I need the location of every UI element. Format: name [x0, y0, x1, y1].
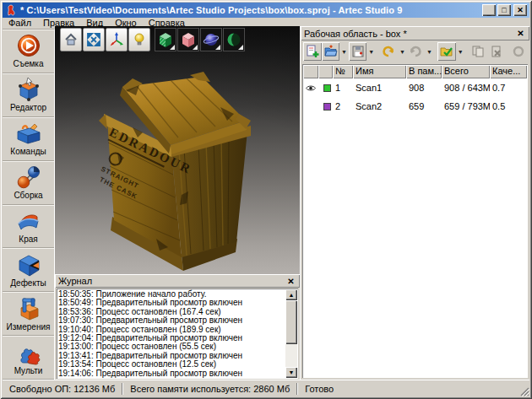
multi-figures-icon	[15, 340, 42, 365]
home-icon	[63, 32, 79, 47]
status-ready: Готово	[298, 384, 340, 394]
open-button[interactable]	[322, 42, 340, 61]
undo-icon	[382, 45, 395, 58]
viewport-toolbar	[60, 28, 245, 51]
undo-button[interactable]	[380, 42, 399, 61]
sidebar-item-label: Измерения	[7, 322, 51, 332]
open-icon	[324, 45, 338, 58]
sync-icon	[512, 45, 525, 58]
visibility-cell[interactable]	[303, 84, 318, 92]
workspace-close-icon[interactable]: ✕	[515, 29, 526, 38]
sidebar-item-label: Сборка	[14, 191, 42, 200]
render-textured-button[interactable]	[155, 28, 176, 51]
sync-button[interactable]	[509, 42, 528, 61]
toggle-axes-button[interactable]	[106, 28, 128, 51]
menu-file[interactable]: Файл	[3, 18, 37, 29]
sidebar-item-scan[interactable]: Съемка	[3, 30, 54, 73]
close-button[interactable]: ✕	[513, 4, 527, 16]
redo-dropdown-icon[interactable]: ▼	[425, 42, 433, 61]
col-in-memory[interactable]: В пам...	[406, 65, 442, 78]
sidebar-item-label: Мульти	[14, 366, 43, 375]
sidebar-item-editor[interactable]: Редактор	[3, 73, 54, 117]
col-visibility[interactable]	[303, 65, 318, 78]
table-header: № Имя В пам... Всего Каче...	[303, 65, 527, 78]
app-window: * C:\Users\TestVideo\Documents\Artec Stu…	[0, 0, 532, 399]
quality-cell: 0.5	[490, 101, 527, 111]
col-name[interactable]: Имя	[353, 65, 406, 78]
color-cell[interactable]	[318, 84, 333, 92]
sidebar-item-label: Съемка	[13, 59, 43, 68]
scan-color-marker	[323, 103, 331, 111]
delete-button[interactable]	[487, 42, 506, 61]
color-cell[interactable]	[318, 103, 333, 111]
scanned-box-model: EDRADOUR STRAIGHT THE CASK	[55, 26, 300, 274]
col-number[interactable]: №	[333, 65, 353, 78]
name-cell[interactable]: Scan1	[353, 83, 406, 93]
render-xray-button[interactable]	[223, 28, 245, 51]
col-quality[interactable]: Каче...	[490, 65, 527, 78]
toggle-lighting-button[interactable]	[128, 28, 150, 51]
title-bar[interactable]: * C:\Users\TestVideo\Documents\Artec Stu…	[3, 3, 529, 18]
render-flat-button[interactable]	[177, 28, 199, 51]
sidebar-item-multi[interactable]: Мульти	[3, 336, 54, 380]
sidebar-item-commands[interactable]: Команды	[3, 117, 54, 161]
fit-view-icon	[86, 32, 101, 47]
apply-dropdown-icon[interactable]: ▼	[456, 42, 464, 61]
sidebar-item-label: Дефекты	[10, 278, 46, 288]
sidebar-item-edges[interactable]: Края	[3, 205, 54, 249]
copy-button[interactable]	[469, 42, 487, 61]
defects-cube-icon	[15, 252, 42, 278]
sidebar-item-label: Команды	[10, 147, 46, 156]
col-color[interactable]	[318, 65, 333, 78]
sidebar-item-align[interactable]: Сборка	[3, 161, 54, 205]
workspace-title: Рабочая область - box *	[304, 29, 515, 39]
save-dropdown-icon[interactable]: ▼	[366, 42, 375, 61]
name-cell[interactable]: Scan2	[353, 101, 406, 111]
align-spheres-icon	[15, 164, 42, 190]
edges-tool-icon	[15, 208, 42, 234]
fit-view-button[interactable]	[83, 28, 105, 51]
scans-table: № Имя В пам... Всего Каче... 1 Scan1	[302, 64, 528, 378]
table-row[interactable]: 2 Scan2 659 659 / 793Мб 0.5	[303, 97, 527, 116]
save-button[interactable]	[349, 42, 367, 61]
xray-icon	[225, 31, 242, 48]
col-total[interactable]: Всего	[442, 65, 490, 78]
smooth-sphere-icon	[203, 31, 220, 48]
workspace-panel: Рабочая область - box * ✕ ▼	[300, 26, 529, 380]
apply-button[interactable]	[437, 42, 456, 61]
sidebar-item-measures[interactable]: Измерения	[3, 292, 54, 336]
home-view-button[interactable]	[60, 28, 82, 51]
add-scan-button[interactable]	[303, 42, 322, 61]
resize-grip[interactable]	[518, 386, 529, 396]
table-row[interactable]: 1 Scan1 908 908 / 643Мб 0.7	[303, 78, 527, 97]
render-smooth-button[interactable]	[200, 28, 222, 51]
redo-button[interactable]	[407, 42, 426, 61]
caliper-icon	[15, 296, 42, 321]
viewport-3d[interactable]: EDRADOUR STRAIGHT THE CASK	[55, 26, 300, 274]
scrollbar-thumb[interactable]	[285, 300, 297, 344]
status-free-memory: Свободно ОП: 12136 Мб	[3, 384, 122, 394]
journal-scrollbar[interactable]: ▲ ▼	[285, 289, 297, 378]
total-cell: 659 / 793Мб	[442, 101, 490, 111]
status-total-memory: Всего памяти используется: 2860 Мб	[123, 384, 296, 394]
journal-header: Журнал ✕	[55, 274, 300, 288]
journal-close-icon[interactable]: ✕	[285, 277, 296, 286]
toolbox-icon	[15, 121, 42, 146]
journal-title: Журнал	[58, 276, 285, 286]
maximize-button[interactable]: □	[497, 4, 511, 16]
textured-cube-icon	[157, 31, 174, 48]
sidebar-item-defects[interactable]: Дефекты	[3, 248, 54, 292]
sidebar-item-label: Редактор	[10, 103, 46, 112]
minimize-button[interactable]: _	[482, 4, 496, 16]
scroll-up-icon[interactable]: ▲	[285, 289, 297, 300]
axes-icon	[109, 32, 124, 47]
artec-logo-icon	[5, 4, 17, 16]
open-dropdown-icon[interactable]: ▼	[339, 42, 348, 61]
scan-color-marker	[323, 84, 331, 92]
scroll-down-icon[interactable]: ▼	[285, 367, 297, 378]
num-cell: 2	[333, 101, 353, 111]
quality-cell: 0.7	[490, 83, 527, 93]
workspace-header: Рабочая область - box * ✕	[301, 26, 529, 40]
undo-dropdown-icon[interactable]: ▼	[398, 42, 406, 61]
eye-icon	[306, 84, 316, 92]
